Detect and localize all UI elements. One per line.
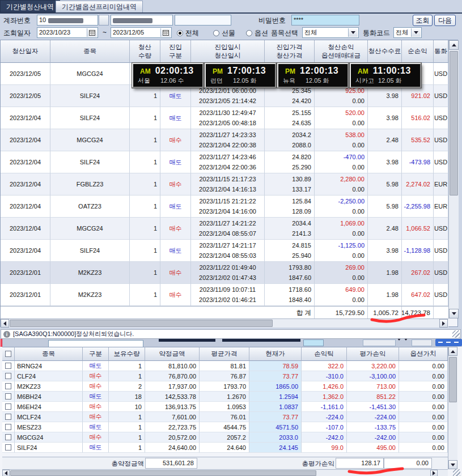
scroll-thumb[interactable] — [450, 51, 458, 196]
calendar-icon — [163, 29, 169, 36]
position-row[interactable]: BRNG24매도181,810.0081.8178.59322.03,220.0… — [2, 361, 448, 371]
table-row[interactable]: 2023/12/04MGCG241매수2023/11/27 14:21:2220… — [1, 218, 448, 240]
cell-qty: 1 — [130, 284, 160, 306]
total-pnl-value: 128.17 — [336, 458, 384, 469]
row-checkbox[interactable] — [5, 444, 11, 450]
table-row[interactable]: 2023/12/04OATZ231매도2023/11/15 21:21:2220… — [1, 196, 448, 218]
radio-options[interactable]: 옵션 — [246, 28, 268, 38]
resize-grip-icon[interactable] — [452, 330, 460, 338]
main-vertical-scrollbar[interactable] — [448, 40, 459, 318]
scroll-right-button[interactable] — [430, 470, 438, 476]
cell-fee: 1.98 — [368, 284, 402, 306]
cell-current-price: 73.77 — [249, 412, 302, 422]
position-row[interactable]: M6BH24매도18142,533.781.26701.25941,362.08… — [2, 392, 448, 402]
scroll-down-button[interactable] — [449, 309, 459, 318]
chevron-down-icon — [404, 341, 408, 347]
date-from-input[interactable]: 2023/10/23 — [37, 27, 98, 38]
account-number-input[interactable]: 10 — [37, 15, 98, 26]
table-row[interactable]: 2023/12/01M2KZ231매수2023/11/22 01:49:4020… — [1, 262, 448, 284]
cell-side: 매도 — [83, 392, 109, 402]
table-row[interactable]: 2023/12/04FGBLZ231매수2023/11/15 21:17:232… — [1, 173, 448, 196]
entry-datetime: 2023/11/30 12:49:47 — [191, 108, 264, 118]
cell-side: 매수 — [83, 381, 109, 392]
cell-prices: 1718.601848.40 — [265, 284, 315, 306]
scroll-thumb[interactable] — [10, 320, 273, 327]
row-checkbox[interactable] — [5, 383, 11, 389]
table-row[interactable]: 2023/12/04SILF241매도2023/11/30 12:49:4720… — [1, 107, 448, 129]
cell-option-value: 0.00 — [399, 443, 448, 453]
liquidation-pnl: 269.00 — [315, 262, 367, 273]
scroll-down-button[interactable] — [448, 460, 457, 469]
product-select[interactable]: 전체 — [302, 27, 359, 38]
cell-prices: 1793.801847.60 — [265, 262, 315, 284]
date-to-input[interactable]: 2023/12/05 — [111, 27, 172, 38]
row-checkbox[interactable] — [5, 363, 11, 369]
chevron-down-icon[interactable] — [411, 28, 421, 37]
row-checkbox[interactable] — [5, 393, 11, 400]
exit-price: 128.09 — [265, 206, 314, 216]
scroll-left-button[interactable] — [2, 470, 10, 476]
next-button[interactable]: 다음 — [434, 15, 456, 26]
scroll-up-button[interactable] — [448, 347, 457, 356]
radio-futures[interactable]: 선물 — [213, 28, 235, 38]
calendar-from-icon[interactable] — [87, 28, 97, 37]
table-row[interactable]: 2023/12/04MGCG241매수2023/11/27 14:23:3320… — [1, 129, 448, 151]
cell-fee: 5.98 — [368, 196, 402, 218]
tab-period-option-premium[interactable]: 기간별옵션프리미엄내역 — [56, 1, 143, 12]
chevron-down-icon[interactable] — [348, 28, 358, 37]
tab-bar: 기간별청산내역 기간별옵션프리미엄내역 — [0, 0, 462, 12]
cell-option-value: 0.00 — [399, 412, 448, 422]
scroll-thumb[interactable] — [10, 470, 316, 476]
total-fee: 1,005.72 — [368, 307, 402, 319]
scroll-up-button[interactable] — [449, 40, 459, 50]
row-checkbox[interactable] — [5, 434, 11, 440]
calendar-to-icon[interactable] — [160, 28, 171, 37]
table-row[interactable]: 2023/12/04SILF241매도2023/11/27 14:23:4620… — [1, 151, 448, 173]
cell-qty: 1 — [130, 240, 160, 262]
tab-period-liquidation[interactable]: 기간별청산내역 — [0, 0, 60, 12]
clipped-text-fragment — [159, 339, 215, 342]
cell-eval-pnl: -1,451.30 — [347, 402, 399, 412]
cell-side: 매도 — [160, 107, 191, 129]
cell-prices: 125.84128.09 — [265, 196, 315, 218]
cell-eval-pnl: 3,220.00 — [347, 361, 399, 371]
position-row[interactable]: M6EH24매수10136,913.751.09531.0837-1,161.0… — [2, 402, 448, 412]
query-button[interactable]: 조회 — [413, 15, 433, 26]
currency-select[interactable]: 전체 — [393, 27, 422, 38]
cell-prices: 25.34524.420 — [265, 85, 315, 107]
exit-datetime: 2023/12/04 22:00:38 — [191, 140, 264, 150]
scroll-thumb[interactable] — [449, 357, 457, 402]
radio-all[interactable]: 전체 — [177, 28, 199, 38]
position-row[interactable]: M2KZ23매수217,937.001793.701865.001,426.07… — [2, 381, 448, 392]
positions-horizontal-scrollbar[interactable] — [2, 469, 448, 476]
position-row[interactable]: MGCG24매수120,572.002057.22033.0-242.0-242… — [2, 432, 448, 443]
cell-currency: USD — [434, 262, 448, 284]
select-all-checkbox[interactable] — [5, 351, 11, 357]
row-checkbox[interactable] — [5, 373, 11, 379]
position-row[interactable]: CLF24매수176,870.0076.8773.77-310.0-3,100.… — [2, 371, 448, 381]
account-lookup-button[interactable] — [99, 15, 109, 26]
row-checkbox[interactable] — [5, 414, 11, 420]
clipped-blue-buttons-fragment[interactable] — [435, 339, 462, 346]
password-input[interactable]: **** — [291, 15, 359, 26]
scroll-right-button[interactable] — [439, 319, 448, 328]
positions-vertical-scrollbar[interactable] — [448, 347, 457, 469]
position-row[interactable]: SILF24매도124,640.0024.64024.14599.0495.00… — [2, 443, 448, 453]
exit-price: 133.17 — [265, 184, 314, 194]
table-row[interactable]: 2023/12/05SILF241매도2023/12/01 06:00:0020… — [1, 85, 448, 107]
main-horizontal-scrollbar[interactable] — [1, 318, 448, 328]
scroll-left-button[interactable] — [1, 319, 9, 328]
cell-pnl: -470.000.00 — [315, 151, 368, 173]
cell-qty: 1 — [109, 443, 145, 453]
info-icon: i — [3, 331, 10, 338]
clock-date: 12.05 화 — [233, 76, 257, 85]
cell-fee: 3.98 — [368, 240, 402, 262]
position-row[interactable]: MCLF24매수17,601.0076.0173.77-224.0-224.00… — [2, 412, 448, 422]
row-checkbox[interactable] — [5, 403, 11, 410]
position-row[interactable]: MESZ23매도122,723.754544.754571.50-107.0-1… — [2, 422, 448, 432]
table-row[interactable]: 2023/12/01M2KZ231매수2023/11/09 10:07:1120… — [1, 284, 448, 306]
row-checkbox[interactable] — [5, 424, 11, 430]
table-row[interactable]: 2023/12/04SILF241매도2023/11/27 14:21:1720… — [1, 240, 448, 262]
cell-date: 2023/12/04 — [1, 173, 50, 196]
date-tilde: ~ — [103, 28, 107, 36]
